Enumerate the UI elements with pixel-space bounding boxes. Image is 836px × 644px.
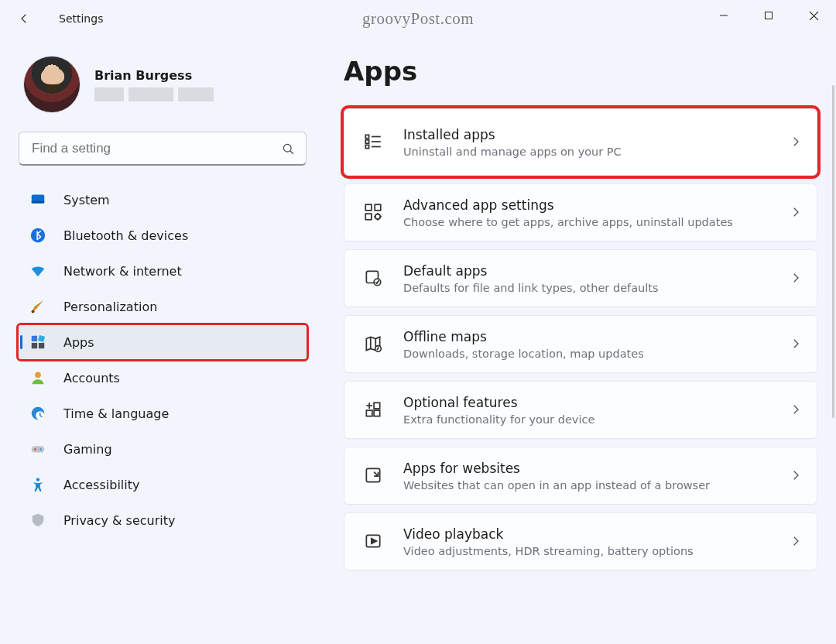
accessibility-icon bbox=[29, 476, 46, 493]
apps-icon bbox=[29, 334, 46, 351]
sidebar-item-label: Network & internet bbox=[63, 264, 182, 279]
sidebar-item-privacy[interactable]: Privacy & security bbox=[19, 503, 307, 537]
sidebar-item-label: Gaming bbox=[63, 442, 112, 457]
minimize-button[interactable] bbox=[701, 0, 746, 31]
svg-rect-17 bbox=[32, 446, 45, 452]
svg-rect-29 bbox=[365, 214, 372, 221]
window-controls bbox=[701, 0, 836, 31]
svg-rect-10 bbox=[32, 336, 37, 341]
card-title: Installed apps bbox=[403, 126, 769, 144]
maximize-icon bbox=[764, 11, 773, 20]
wifi-icon bbox=[29, 262, 46, 279]
chevron-right-icon bbox=[789, 337, 803, 351]
card-subtitle: Choose where to get apps, archive apps, … bbox=[403, 216, 769, 228]
svg-rect-7 bbox=[32, 201, 45, 204]
page-heading: Apps bbox=[344, 56, 817, 87]
svg-point-20 bbox=[36, 478, 39, 481]
sidebar-item-label: Accessibility bbox=[63, 478, 139, 492]
profile-block[interactable]: Brian Burgess bbox=[19, 56, 307, 113]
svg-rect-23 bbox=[365, 146, 368, 149]
system-icon bbox=[29, 191, 46, 208]
svg-point-8 bbox=[31, 228, 45, 242]
svg-rect-1 bbox=[766, 12, 773, 19]
sidebar-item-network[interactable]: Network & internet bbox=[19, 254, 307, 288]
sidebar-item-label: Time & language bbox=[63, 406, 169, 421]
gaming-icon bbox=[29, 440, 46, 457]
svg-point-14 bbox=[35, 372, 41, 378]
search-input[interactable] bbox=[30, 140, 281, 157]
brush-icon bbox=[29, 298, 46, 315]
sidebar-item-label: System bbox=[63, 193, 110, 207]
advanced-settings-icon bbox=[363, 202, 383, 222]
default-apps-icon bbox=[363, 268, 383, 288]
svg-rect-36 bbox=[374, 410, 380, 416]
svg-point-18 bbox=[34, 448, 36, 450]
sidebar-item-label: Personalization bbox=[63, 300, 157, 314]
sidebar-item-label: Apps bbox=[63, 335, 94, 350]
card-installed-apps[interactable]: Installed apps Uninstall and manage apps… bbox=[344, 108, 817, 176]
card-offline-maps[interactable]: Offline maps Downloads, storage location… bbox=[344, 315, 817, 373]
maximize-button[interactable] bbox=[746, 0, 791, 31]
close-button[interactable] bbox=[791, 0, 836, 31]
sidebar-item-label: Accounts bbox=[63, 371, 120, 385]
svg-rect-21 bbox=[365, 135, 368, 139]
svg-rect-11 bbox=[38, 335, 45, 342]
back-button[interactable] bbox=[11, 5, 37, 32]
close-icon bbox=[809, 11, 819, 21]
card-title: Offline maps bbox=[403, 328, 769, 346]
sidebar-item-gaming[interactable]: Gaming bbox=[19, 432, 307, 466]
svg-rect-12 bbox=[32, 343, 37, 348]
card-subtitle: Uninstall and manage apps on your PC bbox=[403, 146, 769, 158]
card-subtitle: Websites that can open in an app instead… bbox=[403, 479, 769, 492]
svg-rect-34 bbox=[374, 403, 380, 409]
avatar bbox=[23, 56, 81, 113]
watermark-text: groovyPost.com bbox=[362, 9, 474, 29]
sidebar-item-time-language[interactable]: Time & language bbox=[19, 396, 307, 430]
chevron-right-icon bbox=[789, 534, 803, 548]
search-box[interactable] bbox=[19, 132, 307, 166]
card-default-apps[interactable]: Default apps Defaults for file and link … bbox=[344, 249, 817, 307]
sidebar-item-apps[interactable]: Apps bbox=[19, 325, 307, 359]
profile-email-redacted bbox=[94, 87, 214, 101]
main-panel: Apps Installed apps Uninstall and manage… bbox=[317, 37, 836, 644]
apps-for-websites-icon bbox=[363, 465, 383, 485]
sidebar-item-system[interactable]: System bbox=[19, 183, 307, 217]
sidebar-item-accounts[interactable]: Accounts bbox=[19, 361, 307, 395]
settings-card-list: Installed apps Uninstall and manage apps… bbox=[344, 108, 817, 570]
shield-icon bbox=[29, 512, 46, 529]
svg-rect-28 bbox=[375, 205, 381, 211]
card-apps-for-websites[interactable]: Apps for websites Websites that can open… bbox=[344, 447, 817, 505]
search-icon bbox=[281, 142, 295, 156]
card-advanced-app-settings[interactable]: Advanced app settings Choose where to ge… bbox=[344, 183, 817, 242]
arrow-left-icon bbox=[17, 12, 31, 26]
installed-apps-icon bbox=[363, 132, 383, 152]
card-title: Optional features bbox=[403, 394, 769, 412]
card-optional-features[interactable]: Optional features Extra functionality fo… bbox=[344, 381, 817, 439]
card-subtitle: Defaults for file and link types, other … bbox=[403, 282, 769, 294]
svg-point-9 bbox=[32, 310, 35, 313]
chevron-right-icon bbox=[789, 271, 803, 285]
chevron-right-icon bbox=[789, 135, 803, 149]
sidebar-nav: System Bluetooth & devices Network & int… bbox=[19, 183, 307, 537]
svg-rect-13 bbox=[39, 343, 44, 348]
sidebar-item-label: Privacy & security bbox=[63, 513, 175, 528]
window-title: Settings bbox=[59, 12, 103, 25]
card-title: Default apps bbox=[403, 262, 769, 280]
video-playback-icon bbox=[363, 531, 383, 551]
scrollbar-thumb[interactable] bbox=[832, 85, 834, 418]
chevron-right-icon bbox=[789, 205, 803, 219]
svg-point-30 bbox=[375, 214, 381, 220]
svg-rect-27 bbox=[365, 205, 372, 211]
sidebar-item-accessibility[interactable]: Accessibility bbox=[19, 468, 307, 502]
card-video-playback[interactable]: Video playback Video adjustments, HDR st… bbox=[344, 512, 817, 570]
sidebar-item-label: Bluetooth & devices bbox=[63, 228, 188, 243]
svg-rect-22 bbox=[365, 140, 368, 143]
card-subtitle: Extra functionality for your device bbox=[403, 413, 769, 426]
account-icon bbox=[29, 369, 46, 386]
svg-point-4 bbox=[283, 144, 291, 152]
svg-rect-35 bbox=[366, 410, 372, 416]
titlebar: Settings groovyPost.com bbox=[0, 0, 836, 37]
sidebar-item-bluetooth[interactable]: Bluetooth & devices bbox=[19, 218, 307, 252]
sidebar-item-personalization[interactable]: Personalization bbox=[19, 289, 307, 324]
profile-name: Brian Burgess bbox=[94, 68, 214, 83]
